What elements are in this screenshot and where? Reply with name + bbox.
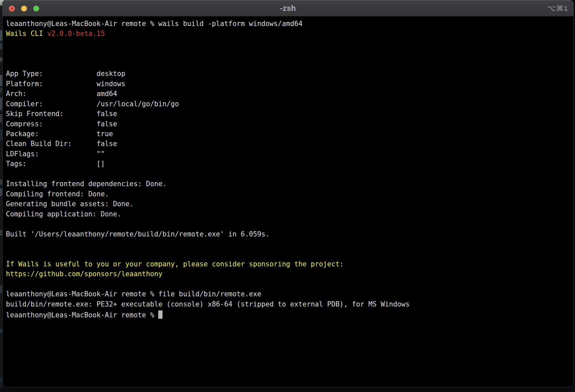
config-row: App Type: desktop <box>6 69 573 79</box>
text-segment: leaanthony@Leas-MacBook-Air remote % wai… <box>6 20 303 28</box>
window-titlebar[interactable]: -zsh ⌥⌘1 <box>3 0 573 16</box>
config-row: Package: true <box>6 129 573 139</box>
text-segment: leaanthony@Leas-MacBook-Air remote % <box>6 311 158 319</box>
text-segment: Wails CLI <box>6 30 47 37</box>
terminal-line: Built '/Users/leaanthony/remote/build/bi… <box>6 229 573 239</box>
config-row: Compress: false <box>6 119 573 129</box>
config-row: Arch: amd64 <box>6 89 573 99</box>
terminal-line <box>6 239 573 249</box>
terminal-line <box>6 279 573 289</box>
terminal-line: Compiling frontend: Done. <box>6 189 573 199</box>
text-segment: build/bin/remote.exe: PE32+ executable (… <box>6 300 410 308</box>
text-segment: Compiling application: Done. <box>6 210 121 218</box>
keyboard-shortcut-badge: ⌥⌘1 <box>547 4 568 13</box>
terminal-line: Installing frontend dependencies: Done. <box>6 179 573 189</box>
text-segment: Generating bundle assets: Done. <box>6 200 134 208</box>
text-segment: leaanthony@Leas-MacBook-Air remote % fil… <box>6 290 261 298</box>
text-segment: https://github.com/sponsors/leaanthony <box>6 270 162 278</box>
terminal-line <box>6 219 573 229</box>
terminal-line: Compiling application: Done. <box>6 209 573 219</box>
window-title: -zsh <box>3 4 573 13</box>
text-segment: Compiling frontend: Done. <box>6 190 109 198</box>
config-row: Skip Frontend: false <box>6 109 573 119</box>
terminal-window: -zsh ⌥⌘1 leaanthony@Leas-MacBook-Air rem… <box>2 0 574 387</box>
terminal-output[interactable]: leaanthony@Leas-MacBook-Air remote % wai… <box>3 16 573 387</box>
config-row: Clean Build Dir: false <box>6 139 573 149</box>
text-segment: v2.0.0-beta.15 <box>47 30 105 37</box>
terminal-line: If Wails is useful to you or your compan… <box>6 259 573 269</box>
desktop-background <box>0 387 575 392</box>
terminal-line <box>6 59 573 69</box>
text-segment: Built '/Users/leaanthony/remote/build/bi… <box>6 230 269 238</box>
terminal-line <box>6 49 573 59</box>
terminal-line: leaanthony@Leas-MacBook-Air remote % fil… <box>6 289 573 299</box>
terminal-line: leaanthony@Leas-MacBook-Air remote % wai… <box>6 19 573 29</box>
config-row: Compiler: /usr/local/go/bin/go <box>6 99 573 109</box>
config-row: Tags: [] <box>6 159 573 169</box>
terminal-line: Wails CLI v2.0.0-beta.15 <box>6 29 573 38</box>
config-row: Platform: windows <box>6 79 573 89</box>
terminal-line: Generating bundle assets: Done. <box>6 199 573 209</box>
terminal-line: leaanthony@Leas-MacBook-Air remote % <box>6 309 573 319</box>
text-segment: If Wails is useful to you or your compan… <box>6 260 344 268</box>
terminal-line <box>6 249 573 259</box>
terminal-line <box>6 169 573 179</box>
terminal-line <box>6 39 573 49</box>
terminal-line: build/bin/remote.exe: PE32+ executable (… <box>6 299 573 309</box>
terminal-cursor <box>158 310 162 319</box>
text-segment: Installing frontend dependencies: Done. <box>6 180 166 188</box>
terminal-line: https://github.com/sponsors/leaanthony <box>6 269 573 279</box>
config-row: LDFlags: "" <box>6 149 573 159</box>
